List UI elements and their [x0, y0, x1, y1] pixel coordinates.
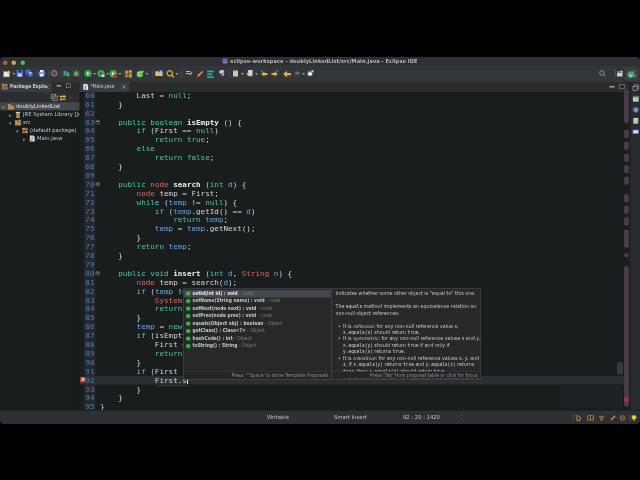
dropdown-arrow-icon[interactable]	[255, 73, 258, 75]
code-line-77[interactable]: 77 return temp;	[80, 242, 640, 251]
chevron-right-icon[interactable]: ▸	[9, 112, 12, 118]
code-line-67[interactable]: 67 return false;	[80, 153, 640, 162]
ruler-occ-mark[interactable]	[625, 130, 629, 138]
view-menu-icon[interactable]	[69, 94, 73, 102]
completion-item[interactable]: setNext(node next) : void - node	[184, 305, 331, 313]
run-icon[interactable]	[84, 70, 92, 78]
ruler-occ-mark[interactable]	[625, 206, 629, 214]
new-wizard-icon[interactable]	[3, 70, 12, 79]
ruler-occ-mark[interactable]	[625, 142, 629, 150]
open-perspective-icon[interactable]	[616, 70, 624, 78]
tip-bulb-icon[interactable]	[631, 414, 638, 421]
save-icon[interactable]	[16, 70, 24, 78]
dropdown-arrow-icon[interactable]	[146, 73, 149, 75]
ruler-occ-mark[interactable]	[625, 230, 629, 248]
link-editor-icon[interactable]	[59, 94, 67, 102]
home-icon[interactable]	[575, 414, 582, 421]
code-line-65[interactable]: 65 return true;	[80, 136, 640, 145]
restore-views-icon[interactable]	[632, 84, 640, 92]
next-annotation-icon[interactable]	[271, 70, 279, 78]
editor-minimize-icon[interactable]	[610, 86, 615, 88]
last-edit-location-icon[interactable]	[283, 70, 292, 79]
chevron-down-icon[interactable]: ▾	[9, 120, 12, 126]
java-perspective-icon[interactable]	[627, 70, 636, 79]
prev-annotation-icon[interactable]	[260, 70, 268, 78]
code-line-94[interactable]: 94 }	[80, 394, 640, 403]
chevron-down-icon[interactable]: ▾	[2, 104, 5, 110]
ruler-occ-mark[interactable]	[625, 218, 629, 226]
show-source-icon[interactable]	[206, 70, 215, 79]
dropdown-arrow-icon[interactable]	[302, 73, 305, 75]
pencil-icon[interactable]	[196, 70, 205, 79]
dropdown-arrow-icon[interactable]	[93, 73, 96, 75]
web-icon[interactable]	[619, 414, 626, 421]
coverage-icon[interactable]	[97, 70, 105, 78]
back-history-icon[interactable]	[294, 70, 302, 78]
declaration-view-icon[interactable]	[632, 117, 640, 125]
titlebar[interactable]: eclipse-workspace - doublyLinkedList/src…	[0, 57, 640, 66]
ruler-red-mark[interactable]	[625, 397, 629, 402]
ruler-occ-mark[interactable]	[625, 195, 629, 203]
tab-main-java[interactable]: J*Main.java	[80, 82, 130, 92]
ruler-occ-mark[interactable]	[625, 90, 629, 123]
edit-icon[interactable]	[610, 414, 617, 421]
notification-icon[interactable]	[598, 414, 605, 421]
search-icon[interactable]	[599, 70, 607, 78]
close-tab-icon[interactable]	[44, 84, 50, 90]
collapse-all-icon[interactable]	[51, 94, 59, 102]
completion-item[interactable]: setId(int id) : void - node	[184, 290, 331, 298]
synchronize-view-icon[interactable]	[632, 95, 640, 103]
console-view-icon[interactable]	[632, 128, 640, 136]
tree-item--default-package-[interactable]: ▾(default package)	[0, 127, 80, 135]
ruler-gray-mark[interactable]	[625, 254, 629, 258]
code-line-68[interactable]: 68 }	[80, 162, 640, 171]
bug-icon[interactable]	[73, 70, 81, 78]
completion-item[interactable]: setName(String name) : void - node	[184, 297, 331, 305]
scrollbar-thumb[interactable]	[617, 362, 623, 375]
tab-package-explorer[interactable]: Package Explo	[0, 82, 52, 92]
ruler-occ-mark[interactable]	[625, 267, 629, 407]
skip-breakpoints-icon[interactable]	[51, 70, 59, 78]
external-tools-icon[interactable]	[109, 70, 118, 79]
add-bookmark-icon[interactable]	[246, 70, 254, 78]
tree-item-doublylinkedlist[interactable]: ▾JdoublyLinkedList	[0, 103, 80, 111]
explorer-maximize-icon[interactable]	[66, 84, 71, 89]
ruler-occ-mark[interactable]	[625, 154, 629, 162]
completion-item[interactable]: equals(Object obj) : boolean - Object	[184, 320, 331, 328]
code-line-78[interactable]: 78 }	[80, 251, 640, 260]
show-whitespace-icon[interactable]	[219, 70, 226, 77]
dropdown-arrow-icon[interactable]	[176, 73, 179, 75]
book-icon[interactable]	[587, 414, 594, 421]
dropdown-arrow-icon[interactable]	[119, 73, 122, 75]
tree-item-src[interactable]: ▾src	[0, 119, 80, 127]
editor-maximize-icon[interactable]	[620, 84, 625, 89]
javadoc-view-icon[interactable]: @	[632, 106, 640, 114]
save-all-icon[interactable]	[26, 70, 34, 78]
dropdown-arrow-icon[interactable]	[241, 73, 244, 75]
code-line-75[interactable]: 75 temp = temp.getNext();	[80, 225, 640, 234]
print-icon[interactable]	[38, 70, 46, 78]
open-type-icon[interactable]: o	[155, 70, 163, 78]
completion-item[interactable]: hashCode() : int - Object	[184, 335, 331, 343]
new-java-project-icon[interactable]	[125, 70, 134, 79]
close-tab-icon[interactable]	[121, 84, 127, 90]
chevron-down-icon[interactable]: ▾	[16, 128, 19, 134]
code-line-60[interactable]: 60 Last = null;	[80, 92, 640, 100]
tree-item-jre-system-library-ja[interactable]: ▸JRE System Library [Ja	[0, 111, 80, 119]
editor-window-icon[interactable]	[307, 70, 315, 78]
completion-item[interactable]: getClass() : Class<?> - Object	[184, 327, 331, 335]
ruler-occ-mark[interactable]	[625, 177, 629, 185]
search-gold-icon[interactable]	[166, 70, 175, 79]
code-line-95[interactable]: 95}	[80, 403, 640, 410]
chevron-right-icon[interactable]: ▸	[23, 136, 26, 142]
mark-occurrences-icon[interactable]	[185, 70, 193, 78]
ruler-occ-mark[interactable]	[625, 166, 629, 174]
tree-item-main-java[interactable]: ▸JMain.java	[0, 135, 80, 143]
completion-item[interactable]: toString() : String - Object	[184, 342, 331, 350]
new-class-icon[interactable]: C	[136, 70, 145, 79]
completion-popup[interactable]: setId(int id) : void - nodesetName(Strin…	[183, 289, 332, 380]
explorer-minimize-icon[interactable]	[57, 85, 62, 87]
completion-item[interactable]: setPrev(node prev) : void - node	[184, 312, 331, 320]
code-line-61[interactable]: 61 }	[80, 100, 640, 109]
debug-last-icon[interactable]	[63, 70, 71, 78]
